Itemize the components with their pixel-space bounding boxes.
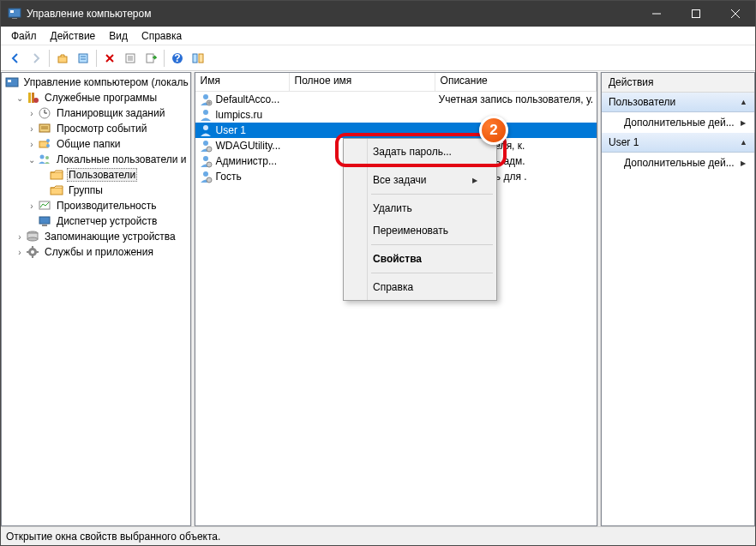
ctx-set-password[interactable]: Задать пароль...: [345, 141, 495, 163]
tree-users[interactable]: Пользователи: [2, 167, 190, 183]
user-icon: [199, 170, 213, 183]
tree-local-users[interactable]: ⌄Локальные пользователи и: [2, 152, 190, 167]
svg-point-56: [203, 141, 208, 146]
menubar: Файл Действие Вид Справка: [1, 27, 755, 45]
tree-device-manager[interactable]: Диспетчер устройств: [2, 213, 190, 229]
tree-performance[interactable]: ›Производительность: [2, 198, 190, 213]
menu-file[interactable]: Файл: [4, 28, 44, 44]
actions-section-user1[interactable]: User 1▲: [602, 133, 754, 153]
list-row[interactable]: DefaultAcco...Учетная запись пользовател…: [195, 92, 597, 107]
export-button[interactable]: [141, 49, 160, 68]
actions-more-2[interactable]: Дополнительные дей...▶: [602, 153, 754, 173]
collapse-icon: ▲: [740, 98, 747, 106]
svg-rect-42: [42, 225, 47, 226]
show-hide-button[interactable]: [189, 49, 207, 68]
svg-rect-51: [36, 251, 39, 253]
chevron-right-icon: ▶: [472, 177, 477, 184]
ctx-rename[interactable]: Переименовать: [345, 219, 495, 242]
svg-point-57: [207, 147, 212, 152]
tree-shared-folders[interactable]: ›Общие папки: [2, 136, 190, 152]
col-fullname[interactable]: Полное имя: [290, 73, 435, 91]
chevron-right-icon: ▶: [741, 159, 746, 167]
tree-system-tools[interactable]: ⌄Служебные программы: [2, 90, 190, 105]
list-row[interactable]: lumpics.ru: [195, 107, 597, 123]
properties-button[interactable]: [74, 49, 93, 68]
ctx-properties[interactable]: Свойства: [345, 248, 495, 270]
user-icon: [199, 139, 213, 153]
maximize-button[interactable]: [676, 1, 716, 27]
svg-rect-7: [58, 57, 67, 63]
svg-point-37: [45, 156, 49, 159]
svg-rect-4: [693, 10, 700, 18]
svg-point-54: [203, 110, 208, 115]
user-icon: [199, 123, 213, 137]
help-button[interactable]: ?: [168, 49, 187, 68]
window-title: Управление компьютером: [27, 8, 637, 20]
actions-section-users[interactable]: Пользователи▲: [602, 93, 754, 112]
svg-rect-20: [193, 54, 197, 63]
tree-panel[interactable]: Управление компьютером (локаль ⌄Служебны…: [1, 72, 191, 526]
actions-panel: Действия Пользователи▲ Дополнительные де…: [601, 72, 755, 526]
svg-point-60: [203, 171, 208, 177]
chevron-right-icon: ▶: [741, 119, 746, 127]
svg-rect-2: [12, 18, 17, 19]
svg-rect-50: [27, 251, 29, 253]
ctx-separator: [371, 165, 493, 166]
svg-point-59: [207, 162, 212, 167]
ctx-separator: [371, 244, 493, 245]
minimize-button[interactable]: [637, 1, 676, 27]
svg-rect-39: [51, 188, 63, 195]
svg-rect-41: [39, 217, 50, 224]
svg-rect-1: [10, 10, 14, 13]
refresh-button[interactable]: [121, 49, 140, 68]
collapse-icon: ▲: [740, 138, 747, 147]
ctx-all-tasks[interactable]: Все задачи▶: [345, 169, 495, 191]
menu-help[interactable]: Справка: [135, 28, 189, 44]
svg-rect-21: [199, 54, 203, 63]
svg-point-55: [203, 125, 208, 130]
ctx-help[interactable]: Справка: [345, 276, 495, 298]
tree-groups[interactable]: Группы: [2, 183, 190, 198]
tree-event-viewer[interactable]: ›Просмотр событий: [2, 121, 190, 136]
svg-rect-48: [32, 246, 33, 249]
ctx-separator: [371, 194, 493, 195]
svg-rect-17: [147, 54, 153, 63]
svg-point-45: [27, 237, 38, 241]
titlebar: Управление компьютером: [1, 1, 755, 27]
svg-point-36: [40, 155, 45, 159]
svg-point-35: [46, 144, 50, 147]
statusbar: Открытие окна свойств выбранного объекта…: [1, 526, 755, 545]
user-icon: [199, 154, 213, 168]
menu-action[interactable]: Действие: [44, 28, 103, 44]
svg-point-58: [203, 156, 208, 161]
list-header: Имя Полное имя Описание: [195, 73, 597, 92]
tree-services[interactable]: ›Службы и приложения: [2, 244, 190, 260]
col-name[interactable]: Имя: [195, 73, 290, 91]
context-menu: Задать пароль... Все задачи▶ Удалить Пер…: [343, 138, 497, 301]
delete-button[interactable]: [100, 49, 119, 68]
svg-rect-8: [79, 54, 87, 63]
menu-view[interactable]: Вид: [102, 28, 135, 44]
close-button[interactable]: [716, 1, 755, 27]
user-icon: [199, 93, 213, 106]
back-button[interactable]: [6, 49, 25, 68]
status-text: Открытие окна свойств выбранного объекта…: [6, 531, 220, 543]
svg-rect-38: [51, 172, 63, 179]
actions-more-1[interactable]: Дополнительные дей...▶: [602, 112, 754, 133]
svg-point-52: [203, 94, 208, 99]
tree-root[interactable]: Управление компьютером (локаль: [2, 75, 190, 90]
svg-point-26: [33, 98, 39, 103]
svg-rect-23: [8, 80, 11, 82]
list-row-selected[interactable]: User 1: [195, 123, 597, 138]
tree-task-scheduler[interactable]: ›Планировщик заданий: [2, 105, 190, 121]
user-icon: [199, 108, 213, 122]
svg-rect-49: [32, 255, 33, 258]
tree-storage[interactable]: ›Запоминающие устройства: [2, 229, 190, 244]
ctx-delete[interactable]: Удалить: [345, 197, 495, 219]
forward-button[interactable]: [27, 49, 45, 68]
svg-text:?: ?: [174, 52, 180, 64]
up-button[interactable]: [53, 49, 72, 68]
col-desc[interactable]: Описание: [435, 73, 597, 91]
actions-header: Действия: [602, 73, 754, 93]
svg-point-47: [31, 250, 34, 254]
